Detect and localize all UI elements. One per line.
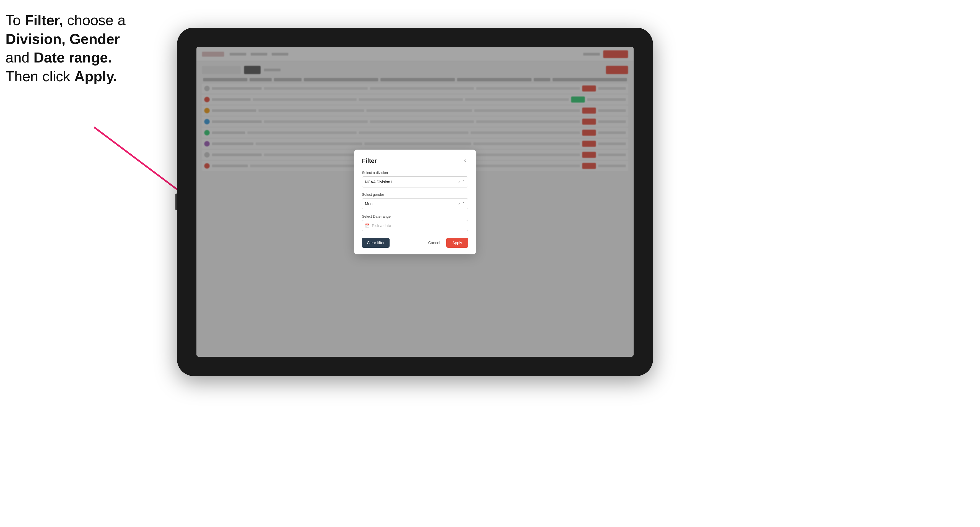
modal-footer-right: Cancel Apply	[425, 238, 468, 248]
cancel-button[interactable]: Cancel	[425, 238, 444, 248]
apply-button[interactable]: Apply	[446, 238, 468, 248]
date-input[interactable]: 📅 Pick a date	[362, 220, 468, 231]
gender-form-group: Select gender Men × ⌃	[362, 192, 468, 209]
instruction-text: To Filter, choose a Division, Gender and…	[6, 11, 166, 86]
division-select-icons: × ⌃	[458, 180, 465, 184]
tablet-side-button	[175, 194, 177, 210]
filter-modal: Filter × Select a division NCAA Division…	[354, 149, 476, 254]
bold-filter: Filter,	[25, 12, 63, 28]
gender-select[interactable]: Men × ⌃	[362, 198, 468, 209]
bold-date-range: Date range.	[33, 49, 112, 65]
gender-value: Men	[365, 202, 372, 206]
division-clear-icon[interactable]: ×	[458, 180, 460, 184]
division-chevron-icon: ⌃	[462, 180, 465, 184]
gender-label: Select gender	[362, 192, 468, 197]
date-placeholder: Pick a date	[372, 224, 391, 228]
modal-title: Filter	[362, 157, 377, 165]
division-label: Select a division	[362, 171, 468, 175]
date-form-group: Select Date range 📅 Pick a date	[362, 214, 468, 231]
tablet-frame: Filter × Select a division NCAA Division…	[177, 28, 653, 376]
modal-close-button[interactable]: ×	[461, 157, 468, 164]
modal-overlay: Filter × Select a division NCAA Division…	[196, 47, 633, 357]
date-label: Select Date range	[362, 214, 468, 218]
calendar-icon: 📅	[365, 224, 370, 228]
bold-apply: Apply.	[75, 68, 117, 84]
gender-select-icons: × ⌃	[458, 202, 465, 206]
division-select[interactable]: NCAA Division I × ⌃	[362, 176, 468, 187]
modal-header: Filter ×	[362, 157, 468, 165]
tablet-screen: Filter × Select a division NCAA Division…	[196, 47, 633, 357]
division-value: NCAA Division I	[365, 180, 392, 184]
clear-filter-button[interactable]: Clear filter	[362, 238, 390, 248]
gender-chevron-icon: ⌃	[462, 202, 465, 206]
division-form-group: Select a division NCAA Division I × ⌃	[362, 171, 468, 187]
modal-footer: Clear filter Cancel Apply	[362, 238, 468, 248]
gender-clear-icon[interactable]: ×	[458, 202, 460, 206]
bold-division-gender: Division, Gender	[6, 31, 120, 47]
